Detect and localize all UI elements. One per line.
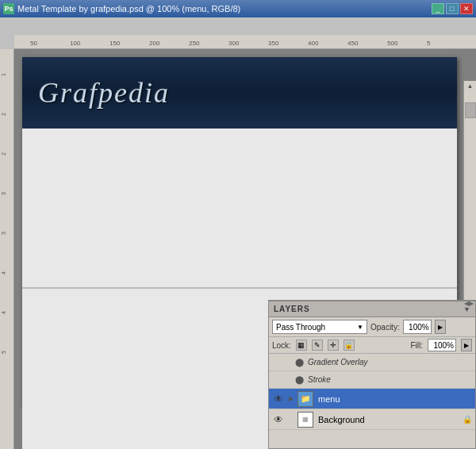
layer-lock-icon: 🔒 <box>463 415 472 424</box>
eye-icon-background: 👁 <box>274 414 283 425</box>
scrollbar-right-thumb[interactable] <box>465 102 476 118</box>
blend-mode-arrow: ▼ <box>357 324 363 331</box>
lock-label: Lock: <box>272 341 291 350</box>
opacity-arrow[interactable]: ▶ <box>435 320 446 334</box>
lock-position-button[interactable]: ✛ <box>328 340 339 351</box>
layer-item-background[interactable]: 👁 ▦ Background 🔒 <box>269 409 475 430</box>
layer-expand-menu[interactable]: ▶ <box>287 393 295 405</box>
window-title: Metal Template by grafpedia.psd @ 100% (… <box>17 4 240 13</box>
layer-visibility-background[interactable]: 👁 <box>272 413 285 426</box>
layer-effect-name: Gradient Overlay <box>308 358 368 366</box>
title-bar: Ps Metal Template by grafpedia.psd @ 100… <box>0 0 476 17</box>
layer-expand-background <box>287 413 295 426</box>
layers-panel-title: LAYERS <box>274 305 310 313</box>
opacity-label: Opacity: <box>370 323 400 332</box>
work-area: Grafpedia ▲ ◀ ▶ 100% ⊙ Doc: 3,43M/3,38M <box>14 49 476 449</box>
lock-transparency-button[interactable]: ▦ <box>296 340 307 351</box>
layer-item-menu[interactable]: 👁 ▶ 📁 menu <box>269 389 475 409</box>
panel-resize-handle[interactable]: ◀▶ <box>464 300 474 307</box>
lock-all-button[interactable]: 🔒 <box>344 340 355 351</box>
layer-visibility-menu[interactable]: 👁 <box>272 393 285 405</box>
blend-mode-select[interactable]: Pass Through ▼ <box>272 320 367 334</box>
blend-mode-row: Pass Through ▼ Opacity: 100% ▶ <box>269 317 475 337</box>
fx-icon-stroke: ⬤ <box>293 375 305 384</box>
ruler-top: 50 100 150 200 250 300 350 400 450 500 5 <box>14 35 476 49</box>
close-button[interactable]: ✕ <box>460 3 473 14</box>
layer-stroke-name: Stroke <box>308 375 331 384</box>
fill-value: 100% <box>433 341 454 350</box>
fill-input[interactable]: 100% <box>428 339 456 351</box>
layer-thumb-menu: 📁 <box>298 391 313 407</box>
fx-icon: ⬤ <box>293 358 305 366</box>
lock-row: Lock: ▦ ✎ ✛ 🔒 Fill: 100% ▶ <box>269 337 475 354</box>
canvas-divider <box>22 287 457 289</box>
minimize-button[interactable]: _ <box>432 3 444 14</box>
layers-list: ⬤ Gradient Overlay ⬤ Stroke 👁 ▶ 📁 <box>269 354 475 449</box>
layer-thumb-background: ▦ <box>298 412 313 428</box>
blend-mode-value: Pass Through <box>276 323 325 332</box>
layers-panel-header: LAYERS ▼ <box>269 301 475 317</box>
eye-icon-menu: 👁 <box>274 393 283 405</box>
lock-pixels-button[interactable]: ✎ <box>312 340 323 351</box>
opacity-input[interactable]: 100% <box>403 320 432 334</box>
layers-panel: ◀▶ LAYERS ▼ Pass Through ▼ Opacity: 100%… <box>268 300 476 449</box>
fill-label: Fill: <box>410 341 423 350</box>
maximize-button[interactable]: □ <box>446 3 459 14</box>
canvas-header: Grafpedia <box>22 57 457 129</box>
layer-item-gradient-overlay[interactable]: ⬤ Gradient Overlay <box>269 354 475 371</box>
opacity-value: 100% <box>409 323 429 332</box>
layer-item-stroke[interactable]: ⬤ Stroke <box>269 371 475 389</box>
app-icon: Ps <box>3 3 14 14</box>
ruler-left: 1 2 2 3 3 4 4 5 <box>0 49 14 449</box>
layer-name-menu: menu <box>318 394 340 404</box>
layer-name-background: Background <box>318 415 365 424</box>
canvas-logo: Grafpedia <box>38 76 170 109</box>
canvas-container: 50 100 150 200 250 300 350 400 450 500 5… <box>0 17 476 449</box>
fill-arrow[interactable]: ▶ <box>461 339 472 351</box>
